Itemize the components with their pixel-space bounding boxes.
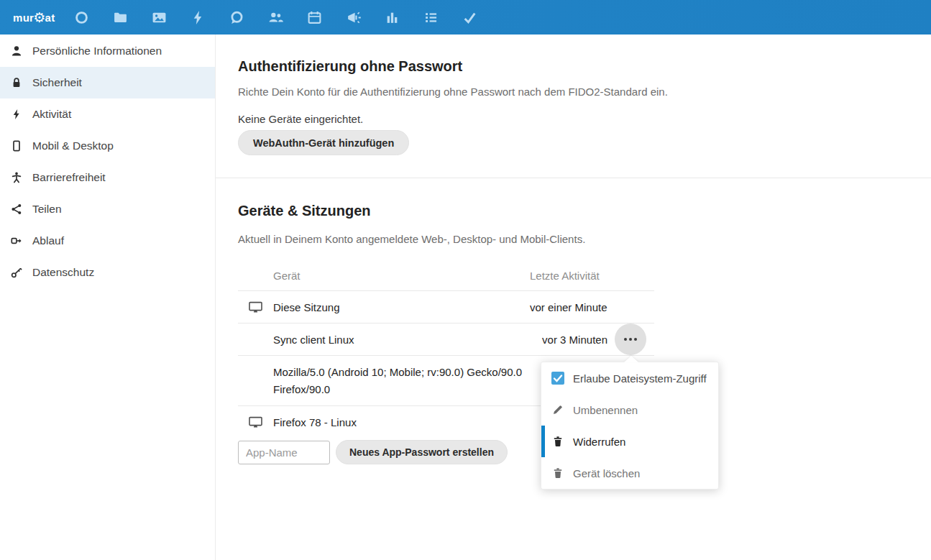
dashboard-icon[interactable] [62, 0, 101, 35]
announcements-icon[interactable] [334, 0, 372, 35]
sidebar-item-activity[interactable]: Aktivität [0, 98, 215, 130]
contacts-icon[interactable] [256, 0, 295, 35]
device-actions-menu-button[interactable] [615, 323, 646, 355]
sidebar-item-sharing[interactable]: Teilen [0, 193, 215, 225]
settings-sidebar: Persönliche Informationen Sicherheit Akt… [0, 35, 216, 560]
passwordless-description: Richte Dein Konto für die Authentifizier… [238, 86, 668, 98]
desktop-icon [238, 416, 273, 428]
table-row: Diese Sitzung vor einer Minute [238, 291, 654, 323]
desktop-icon [238, 301, 273, 313]
section-divider [216, 178, 931, 178]
key-icon [10, 266, 23, 279]
checkbox-checked-icon[interactable] [551, 372, 564, 385]
device-actions-menu: Erlaube Dateisystem-Zugriff Umbenennen W… [541, 362, 719, 490]
accessibility-icon [10, 171, 23, 184]
sidebar-item-label: Barrierefreiheit [32, 171, 106, 184]
add-webauthn-device-button[interactable]: WebAuthn-Gerät hinzufügen [238, 130, 409, 155]
column-header-device: Gerät [273, 270, 530, 282]
calendar-icon[interactable] [295, 0, 334, 35]
analytics-icon[interactable] [372, 0, 411, 35]
device-name: Sync client Linux [273, 334, 530, 346]
sessions-section-title: Geräte & Sitzungen [238, 203, 370, 219]
device-name: Diese Sitzung [273, 301, 530, 313]
sidebar-item-privacy[interactable]: Datenschutz [0, 257, 215, 288]
sidebar-item-label: Ablauf [32, 234, 64, 247]
user-icon [10, 45, 23, 58]
share-icon [10, 203, 23, 216]
gear-logo-icon: ⚙ [33, 11, 45, 24]
logo-text-post: at [45, 12, 55, 24]
sidebar-item-label: Persönliche Informationen [32, 45, 162, 58]
create-app-password-button[interactable]: Neues App-Passwort erstellen [336, 440, 508, 464]
last-activity: vor einer Minute [530, 301, 607, 313]
table-row: Sync client Linux vor 3 Minuten [238, 323, 654, 356]
sidebar-item-mobile-desktop[interactable]: Mobil & Desktop [0, 130, 215, 162]
sidebar-item-label: Teilen [32, 203, 62, 216]
bolt-icon [10, 108, 23, 121]
files-icon[interactable] [101, 0, 139, 35]
sidebar-item-label: Aktivität [32, 108, 71, 121]
lock-icon [10, 76, 23, 89]
app-name-input[interactable] [238, 441, 330, 464]
sidebar-item-accessibility[interactable]: Barrierefreiheit [0, 162, 215, 193]
sidebar-item-label: Sicherheit [32, 76, 82, 89]
menu-item-label: Erlaube Dateisystem-Zugriff [573, 372, 707, 385]
sidebar-item-security[interactable]: Sicherheit [0, 67, 215, 98]
sessions-description: Aktuell in Deinem Konto angemeldete Web-… [238, 233, 585, 245]
menu-item-revoke[interactable]: Widerrufen [541, 426, 718, 457]
menu-item-filesystem-access[interactable]: Erlaube Dateisystem-Zugriff [541, 362, 718, 394]
column-header-last-activity: Letzte Aktivität [530, 270, 654, 282]
talk-icon[interactable] [217, 0, 256, 35]
sidebar-item-label: Mobil & Desktop [32, 139, 114, 152]
ellipsis-icon [624, 338, 627, 341]
passwordless-section-title: Authentifizierung ohne Passwort [238, 58, 462, 75]
tasks-icon[interactable] [450, 0, 489, 35]
notes-list-icon[interactable] [411, 0, 450, 35]
top-navbar: mur⚙at [0, 0, 931, 35]
menu-item-label: Umbenennen [573, 404, 638, 416]
app-navigation [62, 0, 489, 35]
device-name: Firefox 78 - Linux [273, 416, 530, 428]
menu-item-label: Gerät löschen [573, 467, 640, 479]
menu-item-label: Widerrufen [573, 436, 625, 448]
trash-icon [551, 435, 564, 448]
sidebar-item-personal-info[interactable]: Persönliche Informationen [0, 35, 215, 67]
device-name: Mozilla/5.0 (Android 10; Mobile; rv:90.0… [273, 364, 530, 398]
photos-icon[interactable] [139, 0, 178, 35]
sidebar-item-label: Datenschutz [32, 266, 94, 279]
table-header-row: Gerät Letzte Aktivität [238, 261, 654, 291]
flow-icon [10, 234, 23, 247]
menu-item-rename[interactable]: Umbenennen [541, 394, 718, 426]
app-logo[interactable]: mur⚙at [13, 11, 60, 24]
menu-item-delete-device[interactable]: Gerät löschen [541, 457, 718, 489]
logo-text-pre: mur [13, 12, 34, 24]
sidebar-item-flow[interactable]: Ablauf [0, 225, 215, 257]
activity-icon[interactable] [178, 0, 217, 35]
phone-icon [10, 139, 23, 152]
last-activity: vor 3 Minuten [542, 334, 607, 346]
trash-icon [551, 467, 564, 479]
pencil-icon [551, 403, 564, 416]
passwordless-empty-state: Keine Geräte eingerichtet. [238, 113, 363, 125]
